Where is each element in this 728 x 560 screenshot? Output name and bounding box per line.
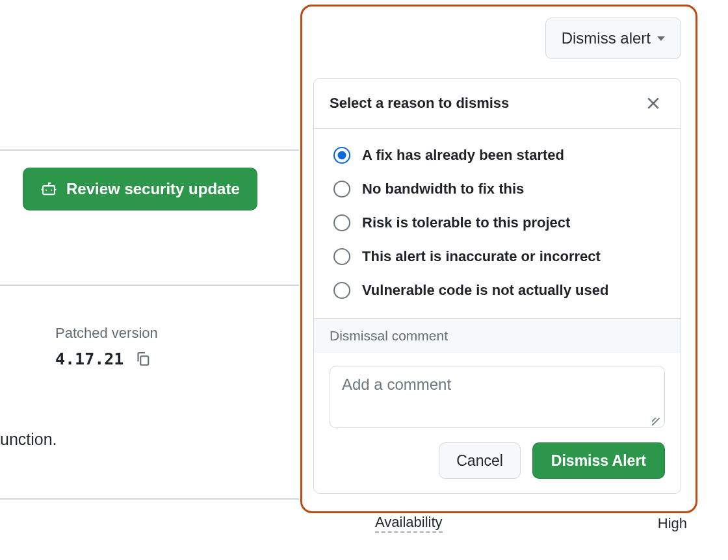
dismiss-reason-option[interactable]: This alert is inaccurate or incorrect [333, 248, 661, 265]
dismiss-reason-option[interactable]: No bandwidth to fix this [333, 181, 661, 197]
radio-icon [333, 214, 350, 231]
availability-label: Availability [375, 514, 443, 533]
dismiss-reason-option[interactable]: A fix has already been started [333, 147, 661, 164]
dismiss-reason-label: A fix has already been started [362, 147, 564, 164]
svg-point-1 [46, 189, 47, 190]
copy-version-button[interactable] [133, 348, 153, 369]
chevron-down-icon [657, 36, 665, 41]
truncated-description-text: unction. [0, 430, 57, 449]
svg-rect-3 [141, 356, 149, 365]
dismiss-reason-label: This alert is inaccurate or incorrect [362, 248, 601, 265]
close-icon [646, 96, 660, 110]
dependabot-icon [40, 181, 57, 197]
dismissal-comment-label: Dismissal comment [314, 318, 681, 353]
radio-icon [333, 181, 350, 197]
cancel-button[interactable]: Cancel [439, 442, 521, 479]
dismiss-reason-option[interactable]: Vulnerable code is not actually used [333, 282, 661, 299]
dismiss-alert-dropdown-label: Dismiss alert [562, 29, 651, 47]
review-security-update-button[interactable]: Review security update [23, 168, 257, 210]
close-panel-button[interactable] [640, 90, 666, 116]
dismiss-reason-label: No bandwidth to fix this [362, 181, 524, 197]
radio-icon [333, 248, 350, 265]
dismiss-reason-label: Risk is tolerable to this project [362, 214, 570, 231]
patched-version-block: Patched version 4.17.21 [55, 325, 158, 369]
dismissal-comment-input[interactable] [330, 366, 665, 428]
svg-rect-0 [43, 186, 55, 194]
review-security-update-label: Review security update [66, 180, 240, 198]
dismiss-alert-dropdown-button[interactable]: Dismiss alert [545, 18, 681, 59]
dismiss-alert-confirm-button[interactable]: Dismiss Alert [532, 442, 665, 479]
patched-version-value: 4.17.21 [55, 350, 124, 368]
svg-point-2 [51, 189, 52, 190]
copy-icon [135, 351, 151, 366]
dismiss-reason-label: Vulnerable code is not actually used [362, 282, 608, 299]
dismiss-reason-option[interactable]: Risk is tolerable to this project [333, 214, 661, 231]
patched-version-label: Patched version [55, 325, 158, 342]
radio-icon [333, 282, 350, 299]
radio-icon [333, 147, 350, 164]
availability-value: High [658, 515, 687, 532]
dismiss-panel-title: Select a reason to dismiss [330, 95, 509, 112]
dismiss-alert-region: Dismiss alert Select a reason to dismiss… [300, 5, 697, 513]
availability-row: Availability High [375, 514, 687, 533]
dismiss-reason-panel: Select a reason to dismiss A fix has alr… [313, 78, 681, 494]
